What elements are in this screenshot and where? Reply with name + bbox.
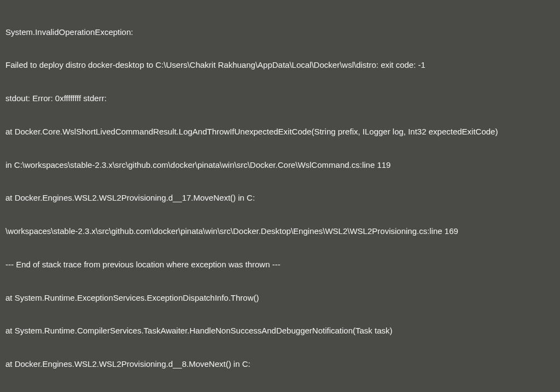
stack-frame: at System.Runtime.ExceptionServices.Exce… — [5, 292, 555, 303]
stack-frame: in C:\workspaces\stable-2.3.x\src\github… — [5, 160, 555, 171]
exception-message: Failed to deploy distro docker-desktop t… — [5, 60, 555, 71]
exception-type: System.InvalidOperationException: — [5, 27, 555, 38]
stack-frame: \workspaces\stable-2.3.x\src\github.com\… — [5, 226, 555, 237]
stack-frame: at Docker.Engines.WSL2.WSL2Provisioning.… — [5, 192, 555, 203]
stdout-line: stdout: Error: 0xffffffff stderr: — [5, 93, 555, 104]
stack-frame: at Docker.Engines.WSL2.WSL2Provisioning.… — [5, 359, 555, 370]
stack-trace-separator: --- End of stack trace from previous loc… — [5, 259, 555, 270]
stack-frame: at System.Runtime.CompilerServices.TaskA… — [5, 325, 555, 336]
stack-trace-block: System.InvalidOperationException: Failed… — [5, 4, 555, 392]
stack-frame: at Docker.Core.WslShortLivedCommandResul… — [5, 126, 555, 137]
